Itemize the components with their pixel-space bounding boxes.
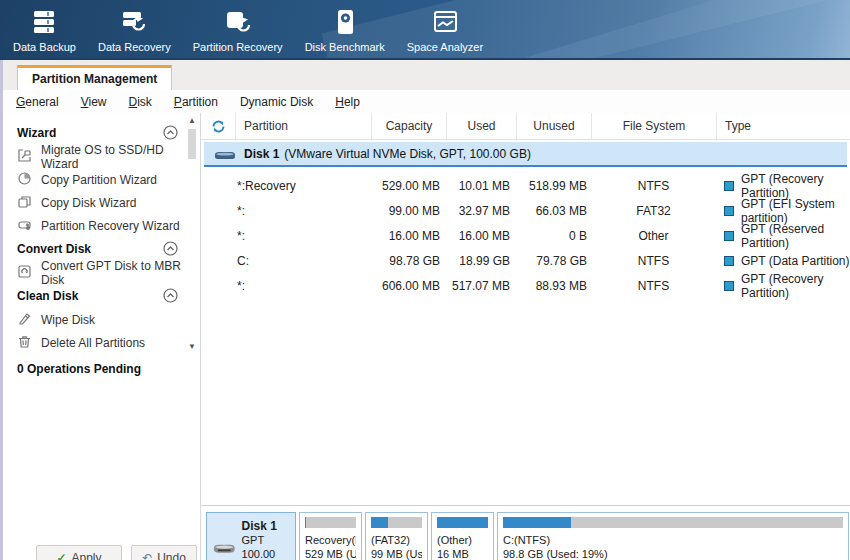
tool-label: Data Backup (13, 41, 76, 53)
tab-strip: Partition Management (0, 60, 850, 90)
main-panel: Partition Capacity Used Unused File Syst… (200, 113, 850, 560)
section-header-clean-disk[interactable]: Clean Disk (17, 284, 200, 308)
tool-label: Disk Benchmark (305, 41, 385, 53)
diskmap-partition-other[interactable]: (Other) 16 MB (431, 512, 494, 560)
diskmap-partition-fat32[interactable]: (FAT32) 99 MB (Used: (365, 512, 428, 560)
undo-button[interactable]: ↶ Undo (131, 545, 197, 560)
action-sidebar: Wizard Migrate OS to SSD/HD Wizard Copy … (3, 113, 200, 560)
column-header-used[interactable]: Used (446, 113, 516, 139)
diskmap-divider (201, 505, 850, 506)
usage-bar (371, 517, 422, 528)
wipe-disk-icon (17, 311, 41, 329)
usage-bar (305, 517, 356, 528)
refresh-button[interactable] (201, 113, 235, 139)
menu-general[interactable]: General (16, 95, 59, 109)
sidebar-item-convert-gpt-to-mbr[interactable]: Convert GPT Disk to MBR Disk (17, 261, 200, 284)
scroll-up-icon[interactable]: ▲ (186, 115, 198, 127)
menu-view[interactable]: View (81, 95, 107, 109)
data-recovery-icon (119, 9, 149, 41)
partition-row[interactable]: C: 98.78 GB 18.99 GB 79.78 GB NTFS GPT (… (201, 248, 850, 273)
menu-disk[interactable]: Disk (129, 95, 152, 109)
table-header: Partition Capacity Used Unused File Syst… (201, 113, 850, 140)
diskmap-partition-recovery[interactable]: Recovery(NTFS) 529 MB (Used: (299, 512, 362, 560)
partition-row[interactable]: *: 99.00 MB 32.97 MB 66.03 MB FAT32 GPT … (201, 198, 850, 223)
partition-type-color-icon (724, 231, 734, 241)
tool-data-backup[interactable]: Data Backup (2, 0, 87, 58)
section-header-convert-disk[interactable]: Convert Disk (17, 237, 200, 261)
sidebar-item-migrate-os[interactable]: Migrate OS to SSD/HD Wizard (17, 145, 200, 168)
column-header-type[interactable]: Type (716, 113, 850, 139)
partition-type-color-icon (724, 181, 734, 191)
disk-details: (VMware Virtual NVMe Disk, GPT, 100.00 G… (284, 147, 531, 161)
menu-help[interactable]: Help (335, 95, 360, 109)
space-analyzer-icon (430, 9, 460, 41)
tool-label: Partition Recovery (193, 41, 283, 53)
tab-partition-management[interactable]: Partition Management (17, 65, 172, 90)
sidebar-scrollbar[interactable]: ▲ (186, 115, 198, 159)
tool-space-analyzer[interactable]: Space Analyzer (396, 0, 494, 58)
usage-bar (437, 517, 488, 528)
tool-data-recovery[interactable]: Data Recovery (87, 0, 182, 58)
partition-type-color-icon (724, 206, 734, 216)
sidebar-item-copy-partition-wizard[interactable]: Copy Partition Wizard (17, 168, 200, 191)
apply-button[interactable]: ✓ Apply (36, 545, 122, 560)
operations-pending-status: 0 Operations Pending (17, 362, 200, 376)
menu-dynamic-disk[interactable]: Dynamic Disk (240, 95, 313, 109)
tool-label: Space Analyzer (407, 41, 483, 53)
chevron-up-icon[interactable] (163, 288, 178, 306)
partition-recovery-icon (223, 9, 253, 41)
disk-group-row[interactable]: Disk 1 (VMware Virtual NVMe Disk, GPT, 1… (204, 142, 847, 167)
sidebar-item-wipe-disk[interactable]: Wipe Disk (17, 308, 200, 331)
menu-bar: General View Disk Partition Dynamic Disk… (0, 90, 850, 113)
diskmap-disk-info[interactable]: Disk 1 GPT 100.00 GB (206, 512, 296, 560)
refresh-icon (211, 119, 226, 134)
migrate-os-icon (17, 148, 41, 166)
column-header-partition[interactable]: Partition (235, 113, 371, 139)
disk-map: Disk 1 GPT 100.00 GB Recovery(NTFS) 529 … (206, 512, 849, 560)
diskmap-partition-c[interactable]: C:(NTFS) 98.8 GB (Used: 19%) (497, 512, 849, 560)
partition-recovery-wizard-icon (17, 217, 41, 235)
scroll-down-icon[interactable]: ▼ (186, 341, 198, 353)
disk-benchmark-icon (330, 9, 360, 41)
disk-name: Disk 1 (244, 147, 279, 161)
sidebar-item-partition-recovery-wizard[interactable]: Partition Recovery Wizard (17, 214, 200, 237)
section-header-wizard[interactable]: Wizard (17, 121, 200, 145)
column-header-unused[interactable]: Unused (516, 113, 591, 139)
tool-disk-benchmark[interactable]: Disk Benchmark (294, 0, 396, 58)
partition-row[interactable]: *: 606.00 MB 517.07 MB 88.93 MB NTFS GPT… (201, 273, 850, 298)
convert-disk-icon (17, 264, 41, 282)
chevron-up-icon[interactable] (163, 125, 178, 143)
tool-partition-recovery[interactable]: Partition Recovery (182, 0, 294, 58)
chevron-up-icon[interactable] (163, 241, 178, 259)
top-toolbar: Data Backup Data Recovery Partition Reco… (0, 0, 850, 60)
column-header-capacity[interactable]: Capacity (371, 113, 446, 139)
usage-bar (503, 517, 843, 528)
disk-icon (213, 540, 236, 554)
partition-type-color-icon (724, 281, 734, 291)
disk-icon (214, 148, 236, 160)
scrollbar-thumb[interactable] (188, 129, 196, 159)
copy-partition-icon (17, 171, 41, 189)
partition-table-body: *:Recovery 529.00 MB 10.01 MB 518.99 MB … (201, 173, 850, 298)
check-icon: ✓ (56, 551, 66, 560)
partition-row[interactable]: *: 16.00 MB 16.00 MB 0 B Other GPT (Rese… (201, 223, 850, 248)
sidebar-item-copy-disk-wizard[interactable]: Copy Disk Wizard (17, 191, 200, 214)
partition-row[interactable]: *:Recovery 529.00 MB 10.01 MB 518.99 MB … (201, 173, 850, 198)
tool-label: Data Recovery (98, 41, 171, 53)
menu-partition[interactable]: Partition (174, 95, 218, 109)
undo-icon: ↶ (142, 551, 152, 560)
delete-all-partitions-icon (17, 334, 41, 352)
column-header-file-system[interactable]: File System (591, 113, 716, 139)
sidebar-item-delete-all-partitions[interactable]: Delete All Partitions (17, 331, 200, 354)
partition-type-color-icon (724, 256, 734, 266)
copy-disk-icon (17, 194, 41, 212)
data-backup-icon (29, 9, 59, 41)
